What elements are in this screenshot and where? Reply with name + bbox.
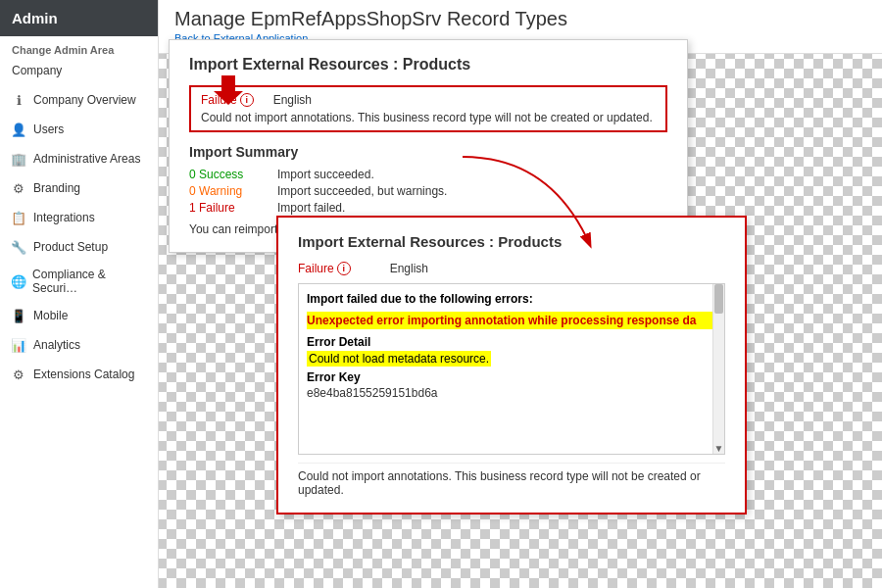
down-arrow-icon — [214, 75, 243, 105]
sidebar-item-mobile[interactable]: 📱 Mobile — [0, 301, 158, 330]
error-detail-value: Could not load metadata resource. — [307, 351, 716, 367]
sidebar-item-company-overview[interactable]: ℹ Company Overview — [0, 85, 158, 115]
sidebar-item-analytics[interactable]: 📊 Analytics — [0, 330, 158, 360]
svg-marker-0 — [214, 75, 243, 105]
sidebar-company: Company — [0, 60, 158, 85]
summary-row-warning: 0 Warning Import succeeded, but warnings… — [189, 184, 667, 198]
dialog-first-title: Import External Resources : Products — [189, 56, 667, 74]
summary-failure-desc: Import failed. — [277, 201, 345, 215]
integrations-icon: 📋 — [10, 209, 27, 226]
error-box-first: Failure i English Could not import annot… — [189, 85, 667, 132]
sidebar: Admin Change Admin Area Company ℹ Compan… — [0, 0, 159, 588]
info-icon: ℹ — [10, 91, 27, 109]
sidebar-item-label: Compliance & Securi… — [32, 268, 148, 295]
sidebar-item-branding[interactable]: ⚙ Branding — [0, 173, 158, 203]
compliance-icon: 🌐 — [10, 272, 26, 290]
sidebar-item-label: Company Overview — [33, 93, 136, 107]
summary-failure-label: 1 Failure — [189, 201, 277, 215]
sidebar-item-label: Extensions Catalog — [33, 368, 134, 381]
detail-value-highlight: Could not load metadata resource. — [307, 351, 491, 367]
error-key-label: Error Key — [307, 370, 716, 384]
summary-title: Import Summary — [189, 144, 667, 160]
failure-label-second: Failure i — [298, 262, 351, 275]
sidebar-item-compliance[interactable]: 🌐 Compliance & Securi… — [0, 262, 158, 301]
error-header: Import failed due to the following error… — [307, 292, 716, 306]
lang-label-second: English — [390, 262, 428, 275]
sidebar-item-users[interactable]: 👤 Users — [0, 115, 158, 144]
error-message-first: Could not import annotations. This busin… — [201, 111, 656, 124]
extensions-icon: ⚙ — [10, 366, 27, 383]
summary-success-desc: Import succeeded. — [277, 168, 374, 181]
second-dialog: Import External Resources : Products Fai… — [276, 216, 747, 514]
building-icon: 🏢 — [10, 150, 27, 168]
sidebar-item-label: Integrations — [33, 211, 95, 224]
summary-row-failure: 1 Failure Import failed. — [189, 201, 667, 215]
product-icon: 🔧 — [10, 238, 27, 256]
error-detail-label: Error Detail — [307, 335, 716, 349]
dialog-second-title: Import External Resources : Products — [298, 233, 725, 250]
lang-label-first: English — [273, 93, 312, 107]
sidebar-item-product-setup[interactable]: 🔧 Product Setup — [0, 232, 158, 262]
sidebar-item-label: Administrative Areas — [33, 152, 140, 166]
scrollbar[interactable]: ▼ — [712, 284, 724, 454]
sidebar-section-label: Change Admin Area — [0, 36, 158, 60]
page-title: Manage EpmRefAppsShopSrv Record Types — [174, 8, 866, 30]
branding-icon: ⚙ — [10, 179, 27, 197]
sidebar-header: Admin — [0, 0, 158, 36]
main-content: Manage EpmRefAppsShopSrv Record Types Ba… — [159, 0, 882, 588]
mobile-icon: 📱 — [10, 307, 27, 324]
sidebar-item-label: Product Setup — [33, 240, 108, 254]
scrollbar-thumb[interactable] — [714, 284, 723, 314]
summary-row-success: 0 Success Import succeeded. — [189, 168, 667, 181]
scrollbar-down-arrow[interactable]: ▼ — [713, 443, 724, 454]
second-dialog-bottom-message: Could not import annotations. This busin… — [298, 463, 725, 497]
sidebar-item-label: Analytics — [33, 338, 80, 352]
sidebar-item-label: Mobile — [33, 309, 68, 322]
info-circle-second: i — [337, 262, 351, 275]
analytics-icon: 📊 — [10, 336, 27, 354]
error-key-value: e8e4ba8155259151bd6a — [307, 386, 716, 400]
summary-warning-label: 0 Warning — [189, 184, 277, 198]
sidebar-item-label: Branding — [33, 181, 80, 195]
admin-label: Admin — [12, 10, 58, 26]
highlighted-error: Unexpected error importing annotation wh… — [307, 312, 716, 329]
summary-warning-desc: Import succeeded, but warnings. — [277, 184, 447, 198]
sidebar-item-extensions[interactable]: ⚙ Extensions Catalog — [0, 360, 158, 389]
error-detail-scrollable[interactable]: Import failed due to the following error… — [298, 283, 725, 455]
summary-success-label: 0 Success — [189, 168, 277, 181]
sidebar-item-integrations[interactable]: 📋 Integrations — [0, 203, 158, 232]
sidebar-item-label: Users — [33, 122, 64, 136]
sidebar-item-admin-areas[interactable]: 🏢 Administrative Areas — [0, 144, 158, 173]
user-icon: 👤 — [10, 121, 27, 138]
